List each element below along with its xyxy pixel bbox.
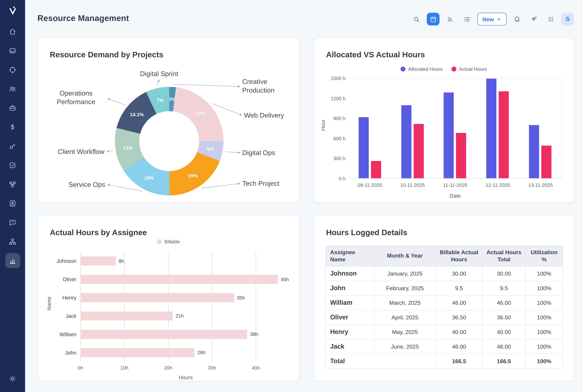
y-tick-label: 900 h [333,116,346,121]
list-button[interactable] [461,13,473,26]
sidebar-items [5,24,20,268]
hbar-row-johnson: 8h [80,252,291,270]
sidebar-item-goal[interactable] [5,62,20,77]
feed-button[interactable] [444,13,457,26]
table-row[interactable]: OliverApril, 202536.5036.50100% [326,310,563,324]
column-header: Assignee Name [326,246,374,266]
bar-allocated-hours[interactable] [401,105,411,178]
new-button-label: New [482,16,494,22]
column-header: Month & Year [374,246,436,266]
assignee-y-axis-title: Name [46,296,52,310]
main-area: Resource Management NewS Resource Demand… [25,0,583,392]
legend-item-billable[interactable]: Billable [157,239,180,244]
bar-actual-hours[interactable] [456,133,466,178]
sidebar-item-key[interactable] [5,138,20,154]
sidebar-item-pipeline[interactable] [5,177,20,192]
legend-dot-actual [452,67,457,72]
calendar-button[interactable] [427,13,440,26]
bell-icon [514,16,521,23]
bar-billable-john[interactable] [80,348,194,357]
cell-billable: 40.00 [436,324,483,339]
bar-billable-jack[interactable] [80,312,173,320]
search-button[interactable] [410,13,423,26]
sidebar-item-users[interactable] [5,81,20,96]
pipeline-icon [8,180,16,188]
cell-total: 46.00 [483,296,525,310]
inbox-icon [8,47,16,54]
bar-value-label: 21h [176,313,184,319]
donut-leader-line [173,84,240,86]
cell-month: February, 2025 [374,281,436,296]
table-row[interactable]: JohnsonJanuary, 202530.0030.00100% [326,266,563,281]
assignee-name-label: John [47,343,80,362]
cell-assignee: William [326,296,374,310]
table-row[interactable]: HenryMay, 202540.0040.00100% [326,324,563,339]
column-header: Utilization % [526,246,563,266]
sidebar-item-briefcase[interactable] [5,100,20,115]
bar-billable-johnson[interactable] [80,256,115,266]
cell-billable: 9.5 [436,281,483,296]
hbar-row-jack: 21h [80,307,291,325]
x-tick-label: 13-11-2025 [519,182,562,188]
bar-chart-icon [8,257,16,264]
sidebar-item-home[interactable] [5,24,20,39]
donut-percent-label: 19% [188,173,198,178]
sidebar-item-feedback[interactable] [5,215,20,230]
donut-leader-line [107,150,113,152]
table-row[interactable]: JackJune, 202546.0046.00100% [326,339,563,354]
legend-item-allocated[interactable]: Allocated Hours [401,66,443,72]
x-tick-label: 0h [78,365,83,371]
bar-allocated-hours[interactable] [486,78,497,178]
column-header: Actual Hours Total [483,246,525,266]
bar-actual-hours[interactable] [371,161,381,178]
sidebar-item-dollar[interactable] [5,120,20,134]
bar-allocated-hours[interactable] [444,92,454,178]
bar-actual-hours[interactable] [414,124,424,178]
table-row[interactable]: JohnFebruary, 20259.59.5100% [326,281,563,296]
new-button[interactable]: New [478,13,507,26]
bar-actual-hours[interactable] [499,91,509,178]
sidebar-item-user-badge[interactable] [5,196,20,211]
donut-label-tech-project: Tech Project [242,179,298,188]
sidebar [0,0,25,392]
card-resource-demand: Resource Demand by Projects 2%23%6%19%16… [37,38,299,203]
legend-item-actual[interactable]: Actual Hours [452,66,487,72]
bar-actual-hours[interactable] [541,146,552,178]
feed-icon [447,16,454,23]
bar-billable-william[interactable] [80,330,247,339]
card-hours-logged: Hours Logged Details Assignee NameMonth … [314,215,574,381]
cell-assignee: John [326,281,374,296]
card-actual-hours-by-assignee: Actual Hours by Assignee Billable Johnso… [37,215,299,381]
bar-billable-oliver[interactable] [80,275,278,284]
grid-button[interactable] [545,13,557,26]
user-avatar[interactable]: S [561,13,574,26]
x-tick-label: 10-11-2025 [391,182,434,188]
bar-value-label: 45h [281,276,289,282]
sparkle-button[interactable] [528,13,540,26]
sidebar-item-tasks[interactable] [5,158,20,172]
assignee-bars: 8h45h35h21h38h26h [80,252,291,362]
y-tick-label: 1200 h [331,96,346,101]
card-title-actual-hours: Actual Hours by Assignee [50,228,147,237]
bar-value-label: 26h [197,350,205,355]
table-row[interactable]: WilliamMarch, 202546.0046.00100% [326,296,563,310]
donut-percent-label: 14.1% [130,112,144,117]
sparkle-icon [530,16,538,23]
sidebar-item-inbox[interactable] [5,43,20,58]
donut-leader-line [225,152,240,153]
users-icon [8,85,16,93]
calendar-icon [430,16,437,23]
donut-leader-line [201,184,240,188]
donut-label-client-workflow: Client Workflow [43,148,104,156]
bell-button[interactable] [511,13,524,26]
bar-group-13-11-2025 [519,78,562,178]
app-logo-icon[interactable] [5,4,20,19]
sidebar-item-settings[interactable] [5,371,20,386]
bar-allocated-hours[interactable] [529,125,539,178]
alloc-plot-area [349,78,562,178]
cell-billable: 36.50 [436,310,483,324]
bar-billable-henry[interactable] [80,293,234,302]
bar-allocated-hours[interactable] [359,117,369,178]
sidebar-item-sitemap[interactable] [5,234,20,249]
sidebar-item-bar-chart[interactable] [5,253,20,268]
